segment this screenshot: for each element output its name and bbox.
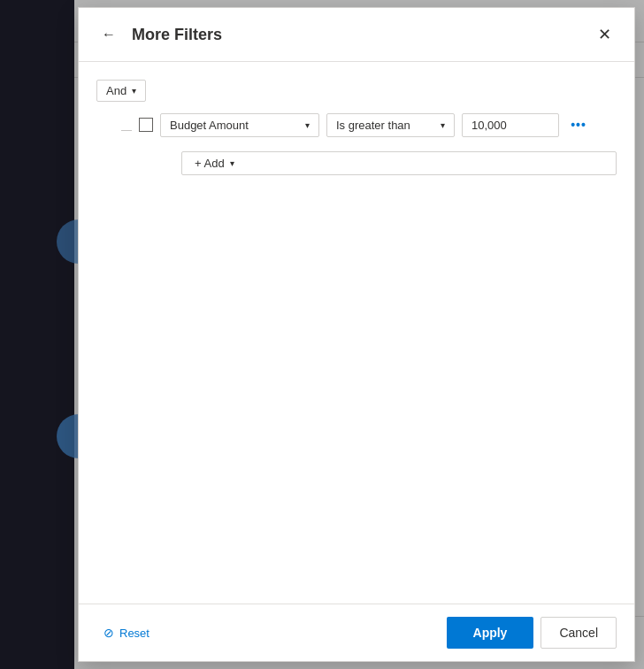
filter-field-dropdown[interactable]: Budget Amount ▾ bbox=[160, 113, 319, 137]
filter-row-container: Budget Amount ▾ Is greater than ▾ ••• + … bbox=[111, 112, 617, 175]
reset-filter-icon: ⊘ bbox=[104, 626, 114, 640]
more-filters-modal: ← More Filters ✕ And ▾ Budget Amount ▾ bbox=[78, 7, 635, 662]
filter-more-options-button[interactable]: ••• bbox=[566, 112, 591, 137]
cancel-label: Cancel bbox=[559, 626, 598, 640]
filter-field-chevron-icon: ▾ bbox=[305, 120, 310, 130]
modal-title: More Filters bbox=[132, 26, 581, 44]
filter-operator-label: Is greater than bbox=[336, 119, 410, 132]
and-label: And bbox=[106, 84, 126, 97]
footer-actions: Apply Cancel bbox=[447, 617, 617, 649]
modal-footer: ⊘ Reset Apply Cancel bbox=[79, 604, 634, 661]
add-filter-row-button[interactable]: + Add ▾ bbox=[181, 151, 617, 175]
modal-back-button[interactable]: ← bbox=[96, 22, 121, 47]
filter-row: Budget Amount ▾ Is greater than ▾ ••• bbox=[139, 112, 617, 137]
and-dropdown[interactable]: And ▾ bbox=[96, 80, 146, 102]
close-icon: ✕ bbox=[598, 25, 611, 44]
add-chevron-icon: ▾ bbox=[230, 158, 234, 168]
filter-operator-dropdown[interactable]: Is greater than ▾ bbox=[326, 113, 455, 137]
apply-button[interactable]: Apply bbox=[447, 617, 534, 649]
more-options-icon: ••• bbox=[571, 118, 586, 132]
add-label: + Add bbox=[195, 157, 225, 170]
and-chevron-icon: ▾ bbox=[132, 86, 136, 96]
filter-value-input[interactable] bbox=[462, 113, 559, 137]
modal-body: And ▾ Budget Amount ▾ Is greater than ▾ bbox=[79, 62, 634, 604]
filter-rows: Budget Amount ▾ Is greater than ▾ ••• + … bbox=[139, 112, 617, 175]
filter-checkbox[interactable] bbox=[139, 118, 153, 132]
cancel-button[interactable]: Cancel bbox=[540, 617, 617, 649]
filter-operator-chevron-icon: ▾ bbox=[441, 120, 445, 130]
apply-label: Apply bbox=[473, 626, 508, 640]
back-icon: ← bbox=[102, 27, 116, 42]
modal-header: ← More Filters ✕ bbox=[79, 8, 634, 62]
reset-label: Reset bbox=[119, 627, 150, 640]
filter-field-label: Budget Amount bbox=[170, 119, 249, 132]
modal-close-button[interactable]: ✕ bbox=[592, 22, 617, 47]
reset-button[interactable]: ⊘ Reset bbox=[96, 620, 157, 645]
